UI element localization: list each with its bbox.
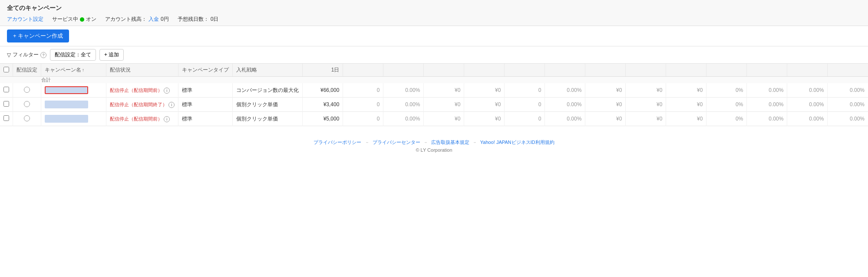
- row-campaign-name-cell[interactable]: [41, 112, 106, 126]
- row-data-cell-7: ¥0: [585, 98, 626, 112]
- row-data-cell-9: ¥0: [666, 112, 706, 126]
- totals-delivery-cell: [13, 77, 41, 84]
- row-checkbox[interactable]: [3, 115, 9, 121]
- row-delivery-cell: [13, 98, 41, 112]
- totals-type-cell: [178, 77, 233, 84]
- delivery-filter-button[interactable]: 配信設定：全て: [50, 49, 96, 61]
- page-title: 全てのキャンペーン: [7, 4, 861, 12]
- row-data-cell-10: 0%: [706, 83, 747, 98]
- totals-label-cell: 合計: [41, 77, 106, 84]
- page-wrapper: 全てのキャンペーン アカウント設定 サービス中 オン アカウント残高： 入金 0…: [0, 0, 868, 277]
- row-data-cell-8: ¥0: [626, 112, 666, 126]
- th-c9: [666, 64, 706, 77]
- th-c6: [545, 64, 585, 77]
- row-data-cell-2: 0.00%: [383, 83, 424, 98]
- row-data-cell-9: ¥0: [666, 83, 706, 98]
- row-checkbox[interactable]: [3, 101, 9, 107]
- row-status-cell: 配信停止（配信期間前） i: [106, 112, 178, 126]
- service-status-item: サービス中 オン: [52, 16, 96, 23]
- th-bidding-label: 入札戦略: [236, 67, 257, 73]
- row-data-cell-8: ¥0: [626, 98, 666, 112]
- campaign-name-placeholder: [45, 86, 88, 94]
- row-data-cell-7: ¥0: [585, 83, 626, 98]
- account-settings-item: アカウント設定: [7, 16, 43, 23]
- th-type: キャンペーンタイプ: [178, 64, 233, 77]
- row-type-cell: 標準: [178, 98, 233, 112]
- th-type-label: キャンペーンタイプ: [182, 67, 229, 73]
- row-campaign-name-cell[interactable]: [41, 83, 106, 98]
- table-wrapper: 配信設定 キャンペーン名 ↑ 配信状況 キャンペーンタイプ: [0, 64, 868, 126]
- delivery-radio-icon[interactable]: [24, 115, 30, 121]
- th-c11: [747, 64, 787, 77]
- th-status-label: 配信状況: [110, 67, 131, 73]
- status-info-icon[interactable]: i: [164, 116, 170, 122]
- th-c7: [585, 64, 626, 77]
- th-c13: [828, 64, 868, 77]
- row-budget-cell: ¥5,000: [303, 112, 343, 126]
- table-header-row: 配信設定 キャンペーン名 ↑ 配信状況 キャンペーンタイプ: [0, 64, 868, 77]
- totals-c2: [383, 77, 424, 84]
- sort-up-icon: ↑: [82, 68, 84, 72]
- row-data-cell-3: ¥0: [424, 98, 464, 112]
- delivery-radio-icon[interactable]: [24, 87, 30, 93]
- balance-deposit-link[interactable]: 入金: [149, 16, 159, 23]
- row-status-label: 配信停止（配信期間終了）: [110, 102, 167, 107]
- table-body: 配信停止（配信期間前） i標準コンバージョン数の最大化¥66,00000.00%…: [0, 83, 868, 126]
- row-status-label: 配信停止（配信期間前）: [110, 88, 162, 93]
- row-checkbox[interactable]: [3, 87, 9, 92]
- balance-item: アカウント残高： 入金 0円: [105, 16, 169, 23]
- row-data-cell-1: 0: [343, 83, 383, 98]
- totals-c13: [828, 77, 868, 84]
- add-filter-button[interactable]: + 追加: [99, 49, 124, 61]
- row-data-cell-11: 0.00%: [747, 83, 787, 98]
- status-on-label: オン: [86, 16, 96, 23]
- footer-sep-2: －: [423, 140, 428, 145]
- filter-button[interactable]: ▽ フィルター ?: [7, 51, 46, 59]
- row-data-cell-13: 0.00%: [828, 112, 868, 126]
- footer-sep-3: －: [472, 140, 477, 145]
- th-c12: [787, 64, 828, 77]
- balance-label: アカウント残高：: [105, 16, 147, 23]
- th-c4: [464, 64, 505, 77]
- th-c2: [383, 64, 424, 77]
- th-status: 配信状況: [106, 64, 178, 77]
- footer-sep-1: －: [365, 140, 370, 145]
- create-campaign-button[interactable]: + キャンペーン作成: [7, 29, 69, 42]
- th-c1: [343, 64, 383, 77]
- filter-info-icon[interactable]: ?: [40, 52, 46, 58]
- totals-c9: [666, 77, 706, 84]
- totals-c4: [464, 77, 505, 84]
- row-data-cell-9: ¥0: [666, 98, 706, 112]
- row-bidding-cell: 個別クリック単価: [233, 98, 303, 112]
- row-bidding-cell: コンバージョン数の最大化: [233, 83, 303, 98]
- footer-link-privacy-policy[interactable]: プライバシーポリシー: [314, 140, 361, 145]
- header-bar: アカウント設定 サービス中 オン アカウント残高： 入金 0円 予想残日数： 0…: [7, 16, 861, 23]
- campaigns-table: 配信設定 キャンペーン名 ↑ 配信状況 キャンペーンタイプ: [0, 64, 868, 126]
- account-settings-link[interactable]: アカウント設定: [7, 16, 43, 23]
- th-c10: [706, 64, 747, 77]
- row-campaign-name-cell[interactable]: [41, 98, 106, 112]
- row-data-cell-8: ¥0: [626, 83, 666, 98]
- row-data-cell-6: 0.00%: [545, 83, 585, 98]
- footer-link-ad-rules[interactable]: 広告取扱基本規定: [431, 140, 469, 145]
- row-data-cell-4: ¥0: [464, 98, 505, 112]
- row-data-cell-12: 0.00%: [787, 83, 828, 98]
- footer-link-business-id[interactable]: Yahoo! JAPANビジネスID利用規約: [480, 140, 554, 145]
- footer-link-privacy-center[interactable]: プライバシーセンター: [373, 140, 420, 145]
- row-type-cell: 標準: [178, 83, 233, 98]
- status-info-icon[interactable]: i: [168, 102, 175, 108]
- row-delivery-cell: [13, 112, 41, 126]
- delivery-radio-icon[interactable]: [24, 101, 30, 107]
- totals-c11: [747, 77, 787, 84]
- row-data-cell-4: ¥0: [464, 112, 505, 126]
- th-campaign-name-sort[interactable]: キャンペーン名 ↑: [45, 66, 84, 74]
- table-row: 配信停止（配信期間前） i標準コンバージョン数の最大化¥66,00000.00%…: [0, 83, 868, 98]
- status-info-icon[interactable]: i: [164, 88, 170, 94]
- th-c3: [424, 64, 464, 77]
- service-label: サービス中: [52, 16, 78, 23]
- select-all-checkbox[interactable]: [3, 67, 9, 72]
- totals-bidding-cell: [233, 77, 303, 84]
- totals-label: 合計: [41, 77, 51, 82]
- totals-c10: [706, 77, 747, 84]
- row-status-label: 配信停止（配信期間前）: [110, 116, 162, 121]
